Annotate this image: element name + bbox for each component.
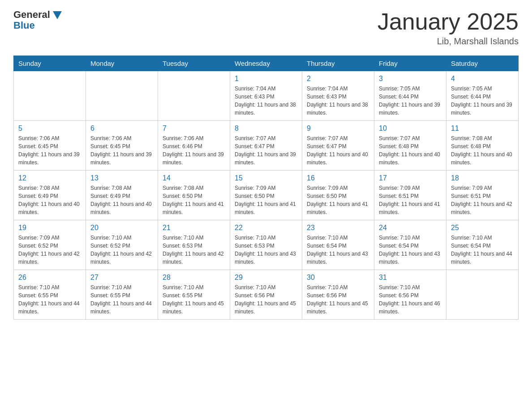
day-number: 5 [18, 124, 81, 133]
calendar-cell: 7Sunrise: 7:06 AM Sunset: 6:46 PM Daylig… [158, 121, 230, 171]
day-info: Sunrise: 7:10 AM Sunset: 6:55 PM Dayligh… [90, 283, 153, 316]
calendar-location: Lib, Marshall Islands [378, 36, 519, 47]
day-info: Sunrise: 7:10 AM Sunset: 6:52 PM Dayligh… [90, 234, 153, 266]
day-info: Sunrise: 7:10 AM Sunset: 6:54 PM Dayligh… [379, 234, 442, 266]
calendar-cell: 27Sunrise: 7:10 AM Sunset: 6:55 PM Dayli… [86, 270, 158, 320]
day-number: 23 [307, 224, 369, 232]
day-number: 10 [379, 124, 442, 133]
day-number: 13 [90, 174, 153, 182]
day-number: 16 [307, 174, 369, 182]
calendar-cell [446, 270, 519, 320]
calendar-cell: 6Sunrise: 7:06 AM Sunset: 6:45 PM Daylig… [86, 121, 158, 171]
logo-blue-text: Blue [13, 20, 35, 31]
day-number: 11 [451, 124, 514, 133]
calendar-cell: 19Sunrise: 7:09 AM Sunset: 6:52 PM Dayli… [14, 220, 86, 270]
day-number: 21 [163, 224, 225, 232]
calendar-week-row: 5Sunrise: 7:06 AM Sunset: 6:45 PM Daylig… [14, 121, 519, 171]
day-number: 14 [163, 174, 225, 182]
day-number: 7 [163, 124, 225, 133]
day-number: 6 [90, 124, 153, 133]
day-number: 27 [90, 274, 153, 282]
day-info: Sunrise: 7:09 AM Sunset: 6:50 PM Dayligh… [307, 184, 369, 216]
day-info: Sunrise: 7:08 AM Sunset: 6:50 PM Dayligh… [163, 184, 225, 216]
day-info: Sunrise: 7:04 AM Sunset: 6:43 PM Dayligh… [307, 85, 369, 117]
day-number: 25 [451, 224, 514, 232]
calendar-cell: 23Sunrise: 7:10 AM Sunset: 6:54 PM Dayli… [302, 220, 374, 270]
day-info: Sunrise: 7:08 AM Sunset: 6:49 PM Dayligh… [90, 184, 153, 216]
header-friday: Friday [374, 56, 446, 71]
calendar-week-row: 1Sunrise: 7:04 AM Sunset: 6:43 PM Daylig… [14, 71, 519, 121]
day-number: 17 [379, 174, 442, 182]
day-info: Sunrise: 7:09 AM Sunset: 6:51 PM Dayligh… [379, 184, 442, 216]
day-info: Sunrise: 7:10 AM Sunset: 6:56 PM Dayligh… [379, 283, 442, 316]
header-wednesday: Wednesday [230, 56, 302, 71]
day-info: Sunrise: 7:05 AM Sunset: 6:44 PM Dayligh… [451, 85, 514, 117]
calendar-cell: 17Sunrise: 7:09 AM Sunset: 6:51 PM Dayli… [374, 171, 446, 220]
day-info: Sunrise: 7:09 AM Sunset: 6:52 PM Dayligh… [18, 234, 81, 266]
day-number: 2 [307, 75, 369, 83]
calendar-cell: 3Sunrise: 7:05 AM Sunset: 6:44 PM Daylig… [374, 71, 446, 121]
day-number: 30 [307, 274, 369, 282]
calendar-week-row: 19Sunrise: 7:09 AM Sunset: 6:52 PM Dayli… [14, 220, 519, 270]
calendar-cell: 12Sunrise: 7:08 AM Sunset: 6:49 PM Dayli… [14, 171, 86, 220]
day-info: Sunrise: 7:10 AM Sunset: 6:54 PM Dayligh… [451, 234, 514, 266]
day-info: Sunrise: 7:10 AM Sunset: 6:56 PM Dayligh… [307, 283, 369, 316]
calendar-cell: 26Sunrise: 7:10 AM Sunset: 6:55 PM Dayli… [14, 270, 86, 320]
day-info: Sunrise: 7:04 AM Sunset: 6:43 PM Dayligh… [235, 85, 297, 117]
day-number: 12 [18, 174, 81, 182]
day-number: 22 [235, 224, 297, 232]
calendar-cell: 30Sunrise: 7:10 AM Sunset: 6:56 PM Dayli… [302, 270, 374, 320]
calendar-cell: 14Sunrise: 7:08 AM Sunset: 6:50 PM Dayli… [158, 171, 230, 220]
day-number: 9 [307, 124, 369, 133]
calendar-cell: 16Sunrise: 7:09 AM Sunset: 6:50 PM Dayli… [302, 171, 374, 220]
day-info: Sunrise: 7:08 AM Sunset: 6:49 PM Dayligh… [18, 184, 81, 216]
day-info: Sunrise: 7:10 AM Sunset: 6:54 PM Dayligh… [307, 234, 369, 266]
logo-triangle-icon [53, 11, 62, 19]
day-number: 26 [18, 274, 81, 282]
day-info: Sunrise: 7:05 AM Sunset: 6:44 PM Dayligh… [379, 85, 442, 117]
day-info: Sunrise: 7:07 AM Sunset: 6:47 PM Dayligh… [235, 134, 297, 167]
calendar-cell: 9Sunrise: 7:07 AM Sunset: 6:47 PM Daylig… [302, 121, 374, 171]
day-number: 19 [18, 224, 81, 232]
calendar-week-row: 26Sunrise: 7:10 AM Sunset: 6:55 PM Dayli… [14, 270, 519, 320]
calendar-cell: 8Sunrise: 7:07 AM Sunset: 6:47 PM Daylig… [230, 121, 302, 171]
header-saturday: Saturday [446, 56, 519, 71]
header-monday: Monday [86, 56, 158, 71]
day-number: 31 [379, 274, 442, 282]
calendar-cell: 31Sunrise: 7:10 AM Sunset: 6:56 PM Dayli… [374, 270, 446, 320]
day-number: 3 [379, 75, 442, 83]
header-sunday: Sunday [14, 56, 86, 71]
calendar-cell [158, 71, 230, 121]
day-info: Sunrise: 7:10 AM Sunset: 6:53 PM Dayligh… [163, 234, 225, 266]
calendar-cell: 28Sunrise: 7:10 AM Sunset: 6:55 PM Dayli… [158, 270, 230, 320]
day-info: Sunrise: 7:06 AM Sunset: 6:45 PM Dayligh… [18, 134, 81, 167]
day-info: Sunrise: 7:08 AM Sunset: 6:48 PM Dayligh… [451, 134, 514, 167]
day-info: Sunrise: 7:09 AM Sunset: 6:51 PM Dayligh… [451, 184, 514, 216]
calendar-cell [14, 71, 86, 121]
day-info: Sunrise: 7:10 AM Sunset: 6:55 PM Dayligh… [163, 283, 225, 316]
day-info: Sunrise: 7:07 AM Sunset: 6:47 PM Dayligh… [307, 134, 369, 167]
day-info: Sunrise: 7:07 AM Sunset: 6:48 PM Dayligh… [379, 134, 442, 167]
title-block: January 2025 Lib, Marshall Islands [378, 9, 519, 47]
day-info: Sunrise: 7:06 AM Sunset: 6:45 PM Dayligh… [90, 134, 153, 167]
day-number: 24 [379, 224, 442, 232]
calendar-cell: 21Sunrise: 7:10 AM Sunset: 6:53 PM Dayli… [158, 220, 230, 270]
calendar-cell: 15Sunrise: 7:09 AM Sunset: 6:50 PM Dayli… [230, 171, 302, 220]
page-header: General Blue January 2025 Lib, Marshall … [13, 9, 519, 47]
calendar-cell: 18Sunrise: 7:09 AM Sunset: 6:51 PM Dayli… [446, 171, 519, 220]
day-number: 8 [235, 124, 297, 133]
calendar-table: SundayMondayTuesdayWednesdayThursdayFrid… [13, 56, 519, 320]
header-thursday: Thursday [302, 56, 374, 71]
calendar-cell: 10Sunrise: 7:07 AM Sunset: 6:48 PM Dayli… [374, 121, 446, 171]
day-info: Sunrise: 7:10 AM Sunset: 6:55 PM Dayligh… [18, 283, 81, 316]
calendar-cell: 5Sunrise: 7:06 AM Sunset: 6:45 PM Daylig… [14, 121, 86, 171]
calendar-cell: 25Sunrise: 7:10 AM Sunset: 6:54 PM Dayli… [446, 220, 519, 270]
calendar-title: January 2025 [378, 9, 519, 34]
day-info: Sunrise: 7:06 AM Sunset: 6:46 PM Dayligh… [163, 134, 225, 167]
calendar-cell: 20Sunrise: 7:10 AM Sunset: 6:52 PM Dayli… [86, 220, 158, 270]
logo-general-text: General [13, 9, 50, 21]
day-number: 28 [163, 274, 225, 282]
day-number: 15 [235, 174, 297, 182]
day-number: 29 [235, 274, 297, 282]
calendar-header-row: SundayMondayTuesdayWednesdayThursdayFrid… [14, 56, 519, 71]
